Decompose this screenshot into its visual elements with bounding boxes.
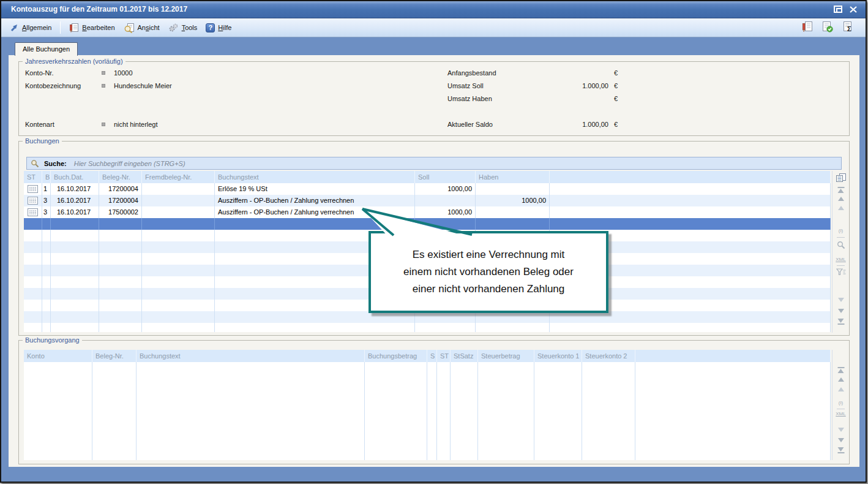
brackets-icon[interactable]: (I) bbox=[839, 401, 844, 406]
column-header[interactable]: Buch.Dat. bbox=[51, 171, 99, 183]
search-bar[interactable]: Suche: Hier Suchbegriff eingeben (STRG+S… bbox=[26, 157, 842, 170]
currency-symbol: € bbox=[614, 121, 618, 128]
close-icon[interactable] bbox=[850, 6, 857, 13]
field-label: Aktueller Saldo bbox=[447, 121, 493, 128]
buchungsvorgang-table-header: Konto Beleg-Nr. Buchungstext Buchungsbet… bbox=[24, 350, 831, 362]
scroll-bottom-icon[interactable] bbox=[837, 447, 844, 453]
column-header[interactable]: Buchungsbetrag bbox=[365, 350, 427, 362]
menu-tools[interactable]: Tools bbox=[168, 23, 198, 32]
scroll-page-down-icon[interactable] bbox=[838, 438, 844, 442]
column-header[interactable]: Buchungstext bbox=[137, 350, 365, 362]
column-header[interactable]: S bbox=[427, 350, 437, 362]
buchungen-table-header: ST B Buch.Dat. Beleg-Nr. Fremdbeleg-Nr. … bbox=[24, 171, 831, 183]
menu-separator bbox=[60, 21, 61, 34]
column-header[interactable]: Steuerbetrag bbox=[478, 350, 534, 362]
magnifier-icon[interactable] bbox=[837, 241, 845, 249]
callout-annotation: Es existiert eine Verrechnung mit einem … bbox=[369, 231, 608, 313]
groupbox-legend: Buchungsvorgang bbox=[23, 336, 82, 344]
empty-row[interactable] bbox=[24, 323, 831, 332]
scroll-up-icon[interactable] bbox=[838, 377, 844, 382]
bullet-icon bbox=[102, 84, 105, 88]
scroll-page-up-icon[interactable] bbox=[838, 206, 844, 210]
search-placeholder: Hier Suchbegriff eingeben (STRG+S) bbox=[74, 160, 185, 167]
st-row-icon[interactable] bbox=[28, 185, 38, 193]
groupbox-legend: Buchungen bbox=[23, 137, 62, 145]
scroll-up-icon[interactable] bbox=[838, 197, 844, 201]
menu-label: Allgemein bbox=[22, 24, 51, 31]
callout-text-line: einer nicht vorhandenen Zahlung bbox=[413, 281, 565, 298]
field-value: nicht hinterlegt bbox=[114, 121, 158, 128]
menu-allgemein[interactable]: Allgemein bbox=[10, 23, 51, 32]
bullet-icon bbox=[102, 71, 105, 75]
st-row-icon[interactable] bbox=[28, 197, 38, 205]
table-row[interactable]: 1 16.10.2017 17200004 Erlöse 19 % USt 10… bbox=[24, 183, 831, 195]
callout-text-line: Es existiert eine Verrechnung mit bbox=[413, 246, 565, 263]
scroll-down-icon[interactable] bbox=[838, 298, 844, 302]
column-header[interactable]: Beleg-Nr. bbox=[99, 171, 142, 183]
column-header bbox=[550, 171, 831, 183]
field-value: 1.000,00 bbox=[521, 121, 608, 128]
divider bbox=[837, 265, 845, 266]
app-window: Kontoauszug für den Zeitraum 01.2017 bis… bbox=[0, 0, 867, 483]
field-label: Kontenart bbox=[25, 121, 54, 128]
field-label: Umsatz Haben bbox=[447, 95, 492, 102]
field-label: Kontobezeichnung bbox=[25, 82, 81, 89]
menu-bearbeiten[interactable]: Bearbeiten bbox=[69, 23, 114, 33]
currency-symbol: € bbox=[614, 95, 618, 102]
column-header[interactable]: Soll bbox=[415, 171, 476, 183]
title-bar: Kontoauszug für den Zeitraum 01.2017 bis… bbox=[1, 1, 866, 18]
scroll-top-icon[interactable] bbox=[837, 187, 844, 193]
field-label: Umsatz Soll bbox=[447, 82, 484, 89]
scroll-bottom-icon[interactable] bbox=[837, 319, 844, 325]
svg-text:Σ: Σ bbox=[847, 25, 851, 32]
column-header[interactable]: Haben bbox=[476, 171, 550, 183]
scroll-top-icon[interactable] bbox=[837, 367, 844, 373]
column-header[interactable]: StSatz bbox=[451, 350, 478, 362]
column-header[interactable]: Steuerkonto 1 bbox=[534, 350, 582, 362]
column-header[interactable]: ST bbox=[437, 350, 451, 362]
brackets-icon[interactable]: (I) bbox=[839, 229, 844, 233]
groupbox-buchungsvorgang: Buchungsvorgang Konto Beleg-Nr. Buchungs… bbox=[18, 340, 850, 464]
scroll-down-icon[interactable] bbox=[838, 428, 844, 432]
column-header[interactable]: Buchungstext bbox=[215, 171, 415, 183]
edit-document-icon[interactable] bbox=[802, 21, 813, 32]
currency-symbol: € bbox=[614, 82, 618, 89]
column-chooser-icon[interactable] bbox=[836, 173, 847, 183]
callout-text-line: einem nicht vorhandenen Beleg oder bbox=[403, 263, 574, 281]
field-value: 1.000,00 bbox=[521, 82, 608, 89]
xml-icon[interactable]: XML bbox=[836, 257, 845, 262]
menu-label: Bearbeiten bbox=[82, 24, 114, 31]
search-label: Suche: bbox=[44, 160, 67, 167]
buchungen-tool-strip: (I) XML bbox=[832, 171, 849, 333]
field-value: 10000 bbox=[114, 69, 133, 77]
st-row-icon[interactable] bbox=[28, 208, 38, 216]
column-header[interactable]: ST bbox=[24, 171, 42, 183]
groupbox-jahresverkehrszahlen: Jahresverkehrszahlen (vorläufig) Konto-N… bbox=[18, 61, 850, 136]
column-header[interactable]: Steuerkonto 2 bbox=[582, 350, 635, 362]
menu-hilfe[interactable]: ? Hilfe bbox=[206, 23, 231, 32]
xml-icon[interactable]: XML bbox=[836, 412, 845, 417]
sum-document-icon[interactable]: Σ bbox=[842, 21, 853, 32]
filter-icon[interactable] bbox=[836, 268, 846, 276]
scroll-page-up-icon[interactable] bbox=[838, 387, 844, 391]
field-value: Hundeschule Meier bbox=[114, 82, 172, 89]
field-label: Anfangsbestand bbox=[447, 69, 496, 77]
column-header[interactable]: Beleg-Nr. bbox=[92, 350, 137, 362]
maximize-icon[interactable] bbox=[834, 6, 842, 13]
empty-table-body bbox=[24, 362, 831, 460]
column-header[interactable]: B bbox=[42, 171, 51, 183]
view-magnifier-icon bbox=[124, 23, 135, 33]
help-icon: ? bbox=[206, 23, 215, 32]
column-header bbox=[635, 350, 831, 362]
menu-ansicht[interactable]: Ansicht bbox=[124, 23, 160, 33]
scroll-page-down-icon[interactable] bbox=[838, 309, 844, 313]
menu-label: Ansicht bbox=[138, 24, 160, 31]
check-document-icon[interactable] bbox=[821, 21, 833, 32]
callout-arrow bbox=[352, 201, 487, 240]
divider bbox=[837, 409, 845, 409]
column-header[interactable]: Konto bbox=[24, 350, 92, 362]
column-header[interactable]: Fremdbeleg-Nr. bbox=[142, 171, 215, 183]
menu-bar: Allgemein Bearbeiten Ansi bbox=[1, 18, 866, 37]
divider bbox=[837, 237, 845, 238]
tab-alle-buchungen[interactable]: Alle Buchungen bbox=[15, 42, 78, 56]
